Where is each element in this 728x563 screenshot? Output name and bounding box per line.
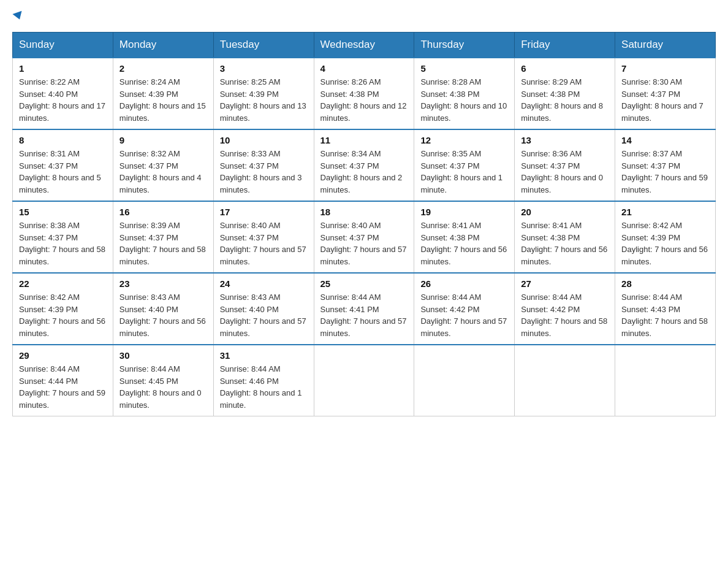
calendar-cell: 14Sunrise: 8:37 AMSunset: 4:37 PMDayligh…	[615, 129, 716, 201]
day-number: 30	[119, 350, 207, 361]
calendar-week-3: 15Sunrise: 8:38 AMSunset: 4:37 PMDayligh…	[13, 201, 716, 273]
calendar-cell: 3Sunrise: 8:25 AMSunset: 4:39 PMDaylight…	[213, 58, 314, 129]
header-saturday: Saturday	[615, 33, 716, 58]
calendar-cell: 17Sunrise: 8:40 AMSunset: 4:37 PMDayligh…	[213, 201, 314, 273]
calendar-header-row: SundayMondayTuesdayWednesdayThursdayFrid…	[13, 33, 716, 58]
day-number: 18	[320, 207, 408, 217]
calendar-cell: 7Sunrise: 8:30 AMSunset: 4:37 PMDaylight…	[615, 58, 716, 129]
calendar-cell: 31Sunrise: 8:44 AMSunset: 4:46 PMDayligh…	[213, 345, 314, 416]
day-info: Sunrise: 8:44 AMSunset: 4:43 PMDaylight:…	[621, 291, 709, 339]
day-info: Sunrise: 8:38 AMSunset: 4:37 PMDaylight:…	[19, 220, 107, 267]
logo-triangle-icon	[12, 11, 24, 21]
day-number: 9	[119, 135, 207, 145]
calendar-week-5: 29Sunrise: 8:44 AMSunset: 4:44 PMDayligh…	[13, 345, 716, 416]
day-info: Sunrise: 8:43 AMSunset: 4:40 PMDaylight:…	[119, 291, 207, 339]
calendar-cell: 1Sunrise: 8:22 AMSunset: 4:40 PMDaylight…	[13, 58, 113, 129]
day-info: Sunrise: 8:42 AMSunset: 4:39 PMDaylight:…	[621, 220, 709, 267]
day-number: 4	[320, 63, 408, 74]
page-header	[12, 12, 716, 20]
day-number: 6	[521, 63, 609, 74]
calendar-week-2: 8Sunrise: 8:31 AMSunset: 4:37 PMDaylight…	[13, 129, 716, 201]
day-info: Sunrise: 8:32 AMSunset: 4:37 PMDaylight:…	[119, 148, 207, 196]
day-number: 28	[621, 278, 709, 289]
header-monday: Monday	[113, 33, 213, 58]
calendar-cell: 16Sunrise: 8:39 AMSunset: 4:37 PMDayligh…	[113, 201, 213, 273]
day-info: Sunrise: 8:44 AMSunset: 4:41 PMDaylight:…	[320, 291, 408, 339]
day-info: Sunrise: 8:35 AMSunset: 4:37 PMDaylight:…	[420, 148, 508, 196]
day-info: Sunrise: 8:29 AMSunset: 4:38 PMDaylight:…	[521, 76, 609, 124]
calendar-cell	[615, 345, 716, 416]
header-sunday: Sunday	[13, 33, 113, 58]
calendar-cell: 27Sunrise: 8:44 AMSunset: 4:42 PMDayligh…	[515, 273, 615, 345]
calendar-cell: 8Sunrise: 8:31 AMSunset: 4:37 PMDaylight…	[13, 129, 113, 201]
calendar-cell: 10Sunrise: 8:33 AMSunset: 4:37 PMDayligh…	[213, 129, 314, 201]
day-number: 5	[420, 63, 508, 74]
day-number: 16	[119, 207, 207, 217]
day-number: 2	[119, 63, 207, 74]
day-info: Sunrise: 8:44 AMSunset: 4:42 PMDaylight:…	[521, 291, 609, 339]
calendar-table: SundayMondayTuesdayWednesdayThursdayFrid…	[12, 32, 716, 416]
day-number: 22	[19, 278, 107, 289]
day-number: 13	[521, 135, 609, 145]
calendar-cell: 23Sunrise: 8:43 AMSunset: 4:40 PMDayligh…	[113, 273, 213, 345]
day-number: 31	[220, 350, 308, 361]
day-number: 7	[621, 63, 709, 74]
calendar-week-4: 22Sunrise: 8:42 AMSunset: 4:39 PMDayligh…	[13, 273, 716, 345]
calendar-cell: 5Sunrise: 8:28 AMSunset: 4:38 PMDaylight…	[414, 58, 515, 129]
day-number: 24	[220, 278, 308, 289]
day-info: Sunrise: 8:34 AMSunset: 4:37 PMDaylight:…	[320, 148, 408, 196]
day-info: Sunrise: 8:44 AMSunset: 4:42 PMDaylight:…	[420, 291, 508, 339]
calendar-cell: 15Sunrise: 8:38 AMSunset: 4:37 PMDayligh…	[13, 201, 113, 273]
day-number: 29	[19, 350, 107, 361]
header-friday: Friday	[515, 33, 615, 58]
calendar-cell: 26Sunrise: 8:44 AMSunset: 4:42 PMDayligh…	[414, 273, 515, 345]
day-info: Sunrise: 8:42 AMSunset: 4:39 PMDaylight:…	[19, 291, 107, 339]
day-info: Sunrise: 8:31 AMSunset: 4:37 PMDaylight:…	[19, 148, 107, 196]
day-number: 27	[521, 278, 609, 289]
day-info: Sunrise: 8:25 AMSunset: 4:39 PMDaylight:…	[220, 76, 308, 124]
day-info: Sunrise: 8:44 AMSunset: 4:46 PMDaylight:…	[220, 363, 308, 411]
calendar-cell: 2Sunrise: 8:24 AMSunset: 4:39 PMDaylight…	[113, 58, 213, 129]
day-info: Sunrise: 8:43 AMSunset: 4:40 PMDaylight:…	[220, 291, 308, 339]
day-number: 20	[521, 207, 609, 217]
calendar-cell: 24Sunrise: 8:43 AMSunset: 4:40 PMDayligh…	[213, 273, 314, 345]
day-info: Sunrise: 8:26 AMSunset: 4:38 PMDaylight:…	[320, 76, 408, 124]
day-number: 10	[220, 135, 308, 145]
day-info: Sunrise: 8:36 AMSunset: 4:37 PMDaylight:…	[521, 148, 609, 196]
day-info: Sunrise: 8:40 AMSunset: 4:37 PMDaylight:…	[220, 220, 308, 267]
calendar-cell: 11Sunrise: 8:34 AMSunset: 4:37 PMDayligh…	[314, 129, 414, 201]
day-number: 21	[621, 207, 709, 217]
calendar-cell: 25Sunrise: 8:44 AMSunset: 4:41 PMDayligh…	[314, 273, 414, 345]
day-info: Sunrise: 8:33 AMSunset: 4:37 PMDaylight:…	[220, 148, 308, 196]
calendar-cell	[515, 345, 615, 416]
day-number: 8	[19, 135, 107, 145]
day-number: 3	[220, 63, 308, 74]
calendar-cell: 18Sunrise: 8:40 AMSunset: 4:37 PMDayligh…	[314, 201, 414, 273]
day-number: 23	[119, 278, 207, 289]
day-number: 12	[420, 135, 508, 145]
calendar-cell: 22Sunrise: 8:42 AMSunset: 4:39 PMDayligh…	[13, 273, 113, 345]
calendar-cell: 20Sunrise: 8:41 AMSunset: 4:38 PMDayligh…	[515, 201, 615, 273]
day-number: 14	[621, 135, 709, 145]
calendar-cell	[314, 345, 414, 416]
day-info: Sunrise: 8:44 AMSunset: 4:44 PMDaylight:…	[19, 363, 107, 411]
day-info: Sunrise: 8:44 AMSunset: 4:45 PMDaylight:…	[119, 363, 207, 411]
calendar-week-1: 1Sunrise: 8:22 AMSunset: 4:40 PMDaylight…	[13, 58, 716, 129]
day-info: Sunrise: 8:28 AMSunset: 4:38 PMDaylight:…	[420, 76, 508, 124]
day-info: Sunrise: 8:40 AMSunset: 4:37 PMDaylight:…	[320, 220, 408, 267]
day-info: Sunrise: 8:24 AMSunset: 4:39 PMDaylight:…	[119, 76, 207, 124]
day-number: 17	[220, 207, 308, 217]
day-info: Sunrise: 8:41 AMSunset: 4:38 PMDaylight:…	[521, 220, 609, 267]
calendar-cell: 12Sunrise: 8:35 AMSunset: 4:37 PMDayligh…	[414, 129, 515, 201]
calendar-cell: 6Sunrise: 8:29 AMSunset: 4:38 PMDaylight…	[515, 58, 615, 129]
day-number: 19	[420, 207, 508, 217]
calendar-cell: 30Sunrise: 8:44 AMSunset: 4:45 PMDayligh…	[113, 345, 213, 416]
calendar-cell: 4Sunrise: 8:26 AMSunset: 4:38 PMDaylight…	[314, 58, 414, 129]
calendar-cell: 9Sunrise: 8:32 AMSunset: 4:37 PMDaylight…	[113, 129, 213, 201]
day-info: Sunrise: 8:22 AMSunset: 4:40 PMDaylight:…	[19, 76, 107, 124]
day-info: Sunrise: 8:39 AMSunset: 4:37 PMDaylight:…	[119, 220, 207, 267]
day-info: Sunrise: 8:30 AMSunset: 4:37 PMDaylight:…	[621, 76, 709, 124]
day-number: 11	[320, 135, 408, 145]
calendar-cell: 28Sunrise: 8:44 AMSunset: 4:43 PMDayligh…	[615, 273, 716, 345]
header-thursday: Thursday	[414, 33, 515, 58]
